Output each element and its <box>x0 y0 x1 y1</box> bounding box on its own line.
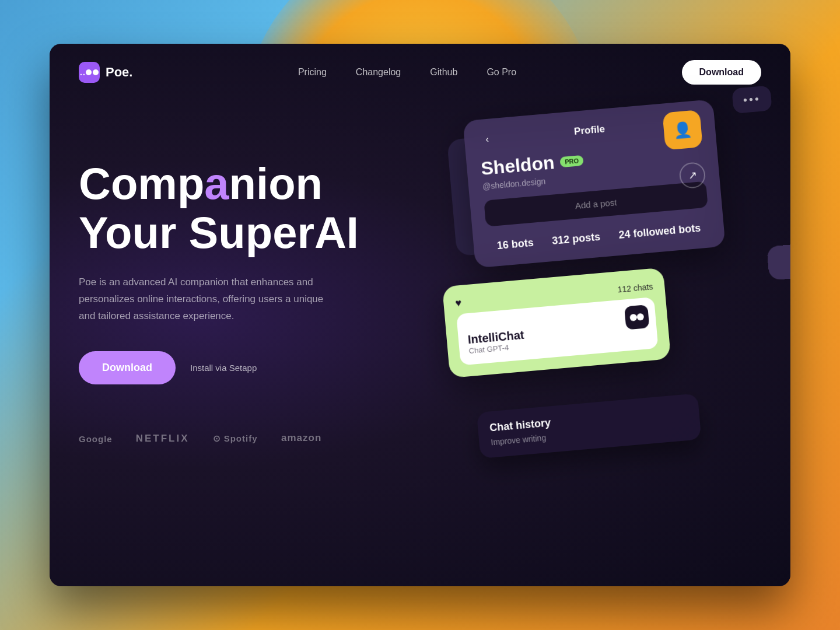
hero-title: Companion Your SuperAI <box>79 159 417 257</box>
hero-description: Poe is an advanced AI companion that enh… <box>79 274 330 325</box>
profile-card: ‹ Profile 👤 Sheldon PRO @sheldon.design … <box>463 99 725 268</box>
partners-row: Google NETFLIX ⊙ Spotify amazon <box>79 431 417 447</box>
logo-text: Poe. <box>106 65 132 80</box>
chat-history-card: Chat history Improve writing <box>477 393 701 459</box>
nav-pricing[interactable]: Pricing <box>298 67 327 78</box>
dots-overlay-card: ••• <box>732 85 772 114</box>
partner-amazon: amazon <box>281 431 322 447</box>
svg-point-3 <box>629 314 637 321</box>
stat-bots-value: 16 bots <box>496 237 534 252</box>
chat-card: ♥ 112 chats IntelliChat Chat GPT-4 <box>442 268 671 379</box>
svg-point-4 <box>636 313 644 321</box>
svg-text:amazon: amazon <box>281 432 321 443</box>
nav-links: Pricing Changelog Github Go Pro <box>298 67 516 78</box>
profile-avatar: 👤 <box>662 110 702 150</box>
partner-netflix: NETFLIX <box>136 433 190 444</box>
chats-count: 112 chats <box>617 282 653 294</box>
three-dots-menu[interactable]: ••• <box>743 92 761 107</box>
navbar: Poe. Pricing Changelog Github Go Pro Dow… <box>50 44 790 101</box>
logo-icon <box>79 62 100 83</box>
partner-google: Google <box>79 434 113 444</box>
app-window: Poe. Pricing Changelog Github Go Pro Dow… <box>50 44 790 586</box>
svg-point-1 <box>93 69 99 75</box>
nav-download-button[interactable]: Download <box>682 60 761 85</box>
profile-title: Profile <box>495 117 684 145</box>
setapp-link[interactable]: Install via Setapp <box>190 363 257 373</box>
profile-name: Sheldon <box>480 152 555 180</box>
hero-title-line1: Companion <box>79 159 323 208</box>
hero-title-highlight: a <box>204 159 229 208</box>
stat-followed-value: 24 followed bots <box>618 222 701 242</box>
logo[interactable]: Poe. <box>79 62 132 83</box>
heart-icon: ♥ <box>455 297 462 310</box>
partner-spotify: ⊙ Spotify <box>213 433 258 444</box>
stat-bots: 16 bots <box>496 237 534 252</box>
svg-point-0 <box>86 69 92 75</box>
hero-download-button[interactable]: Download <box>79 351 176 384</box>
back-button[interactable]: ‹ <box>478 130 497 149</box>
hero-section: Companion Your SuperAI Poe is an advance… <box>50 101 790 585</box>
stat-posts: 312 posts <box>551 231 601 247</box>
nav-changelog[interactable]: Changelog <box>356 67 401 78</box>
intellichat-card[interactable]: IntelliChat Chat GPT-4 <box>456 297 658 365</box>
hero-left: Companion Your SuperAI Poe is an advance… <box>79 124 417 585</box>
hero-title-line2: Your SuperAI <box>79 208 359 257</box>
nav-github[interactable]: Github <box>430 67 457 78</box>
nav-gopro[interactable]: Go Pro <box>487 67 516 78</box>
stat-followed: 24 followed bots <box>618 222 701 242</box>
pro-badge: PRO <box>560 155 584 167</box>
hero-right: ••• ‹ Profile 👤 Sheldon PRO <box>417 124 761 585</box>
stat-posts-value: 312 posts <box>551 231 601 247</box>
intellichat-icon <box>624 304 649 330</box>
partial-card-right: ♡ <box>766 240 790 280</box>
cta-row: Download Install via Setapp <box>79 351 417 384</box>
app-mockup: ••• ‹ Profile 👤 Sheldon PRO <box>428 91 790 560</box>
